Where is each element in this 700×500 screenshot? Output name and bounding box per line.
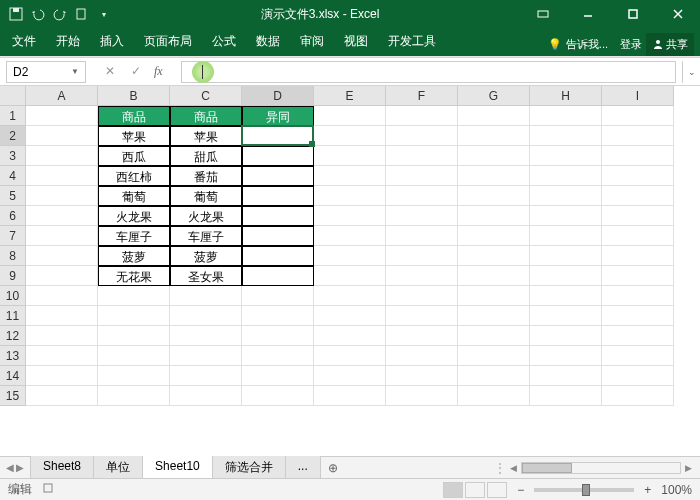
add-sheet-button[interactable]: ⊕: [320, 458, 346, 478]
cell-D14[interactable]: [242, 366, 314, 386]
cell-I10[interactable]: [602, 286, 674, 306]
cell-G8[interactable]: [458, 246, 530, 266]
cell-I1[interactable]: [602, 106, 674, 126]
cell-E14[interactable]: [314, 366, 386, 386]
qat-dropdown-icon[interactable]: ▾: [96, 6, 112, 22]
cell-A6[interactable]: [26, 206, 98, 226]
sheet-tab-overflow[interactable]: ...: [285, 456, 321, 480]
cell-F15[interactable]: [386, 386, 458, 406]
macro-record-icon[interactable]: [42, 482, 54, 497]
row-header-14[interactable]: 14: [0, 366, 26, 386]
row-header-7[interactable]: 7: [0, 226, 26, 246]
tab-home[interactable]: 开始: [46, 27, 90, 56]
row-header-9[interactable]: 9: [0, 266, 26, 286]
cell-E10[interactable]: [314, 286, 386, 306]
cell-I6[interactable]: [602, 206, 674, 226]
cell-I15[interactable]: [602, 386, 674, 406]
cell-E13[interactable]: [314, 346, 386, 366]
row-header-11[interactable]: 11: [0, 306, 26, 326]
row-header-5[interactable]: 5: [0, 186, 26, 206]
cell-B14[interactable]: [98, 366, 170, 386]
cell-C11[interactable]: [170, 306, 242, 326]
cell-B9[interactable]: 无花果: [98, 266, 170, 286]
cell-E8[interactable]: [314, 246, 386, 266]
col-header-I[interactable]: I: [602, 86, 674, 106]
cell-C2[interactable]: 苹果: [170, 126, 242, 146]
cell-G12[interactable]: [458, 326, 530, 346]
name-box[interactable]: D2 ▼: [6, 61, 86, 83]
sheet-tab-Sheet10[interactable]: Sheet10: [142, 456, 213, 480]
close-button[interactable]: [655, 0, 700, 28]
scroll-left-icon[interactable]: ◀: [510, 463, 517, 473]
cell-B8[interactable]: 菠萝: [98, 246, 170, 266]
cell-D1[interactable]: 异同: [242, 106, 314, 126]
cell-C8[interactable]: 菠萝: [170, 246, 242, 266]
cell-G9[interactable]: [458, 266, 530, 286]
cell-A14[interactable]: [26, 366, 98, 386]
cell-G4[interactable]: [458, 166, 530, 186]
enter-formula-icon[interactable]: ✓: [128, 64, 144, 79]
row-header-6[interactable]: 6: [0, 206, 26, 226]
chevron-down-icon[interactable]: ▼: [71, 67, 79, 76]
cell-A3[interactable]: [26, 146, 98, 166]
tell-me[interactable]: 告诉我...: [566, 37, 608, 52]
share-button[interactable]: 共享: [646, 33, 694, 56]
cell-G13[interactable]: [458, 346, 530, 366]
cell-F11[interactable]: [386, 306, 458, 326]
cell-I8[interactable]: [602, 246, 674, 266]
cell-H12[interactable]: [530, 326, 602, 346]
cell-I13[interactable]: [602, 346, 674, 366]
cell-D4[interactable]: [242, 166, 314, 186]
cell-G7[interactable]: [458, 226, 530, 246]
zoom-in-button[interactable]: +: [644, 483, 651, 497]
cell-F9[interactable]: [386, 266, 458, 286]
cell-C6[interactable]: 火龙果: [170, 206, 242, 226]
row-header-1[interactable]: 1: [0, 106, 26, 126]
cell-H4[interactable]: [530, 166, 602, 186]
cell-G15[interactable]: [458, 386, 530, 406]
cell-G1[interactable]: [458, 106, 530, 126]
scroll-right-icon[interactable]: ▶: [685, 463, 692, 473]
cell-F1[interactable]: [386, 106, 458, 126]
tab-layout[interactable]: 页面布局: [134, 27, 202, 56]
cell-E3[interactable]: [314, 146, 386, 166]
cell-F14[interactable]: [386, 366, 458, 386]
sheet-tab-单位[interactable]: 单位: [93, 456, 143, 480]
ribbon-options-icon[interactable]: [520, 0, 565, 28]
col-header-A[interactable]: A: [26, 86, 98, 106]
row-header-3[interactable]: 3: [0, 146, 26, 166]
cell-C1[interactable]: 商品: [170, 106, 242, 126]
cell-A11[interactable]: [26, 306, 98, 326]
cancel-formula-icon[interactable]: ✕: [102, 64, 118, 79]
cell-H14[interactable]: [530, 366, 602, 386]
cell-G2[interactable]: [458, 126, 530, 146]
cell-C14[interactable]: [170, 366, 242, 386]
cell-B7[interactable]: 车厘子: [98, 226, 170, 246]
col-header-C[interactable]: C: [170, 86, 242, 106]
row-header-13[interactable]: 13: [0, 346, 26, 366]
cell-G6[interactable]: [458, 206, 530, 226]
tab-formulas[interactable]: 公式: [202, 27, 246, 56]
cell-B5[interactable]: 葡萄: [98, 186, 170, 206]
tab-review[interactable]: 审阅: [290, 27, 334, 56]
cell-B1[interactable]: 商品: [98, 106, 170, 126]
cell-A5[interactable]: [26, 186, 98, 206]
cell-D6[interactable]: [242, 206, 314, 226]
zoom-slider[interactable]: [534, 488, 634, 492]
col-header-D[interactable]: D: [242, 86, 314, 106]
cell-I11[interactable]: [602, 306, 674, 326]
cell-H10[interactable]: [530, 286, 602, 306]
cell-B2[interactable]: 苹果: [98, 126, 170, 146]
row-header-8[interactable]: 8: [0, 246, 26, 266]
cell-I2[interactable]: [602, 126, 674, 146]
cell-E11[interactable]: [314, 306, 386, 326]
save-icon[interactable]: [8, 6, 24, 22]
undo-icon[interactable]: [30, 6, 46, 22]
sheet-tab-筛选合并[interactable]: 筛选合并: [212, 456, 286, 480]
cell-B13[interactable]: [98, 346, 170, 366]
hscrollbar[interactable]: [521, 462, 681, 474]
cell-H9[interactable]: [530, 266, 602, 286]
cell-C9[interactable]: 圣女果: [170, 266, 242, 286]
cell-C5[interactable]: 葡萄: [170, 186, 242, 206]
tab-split-icon[interactable]: ⋮: [494, 461, 506, 475]
